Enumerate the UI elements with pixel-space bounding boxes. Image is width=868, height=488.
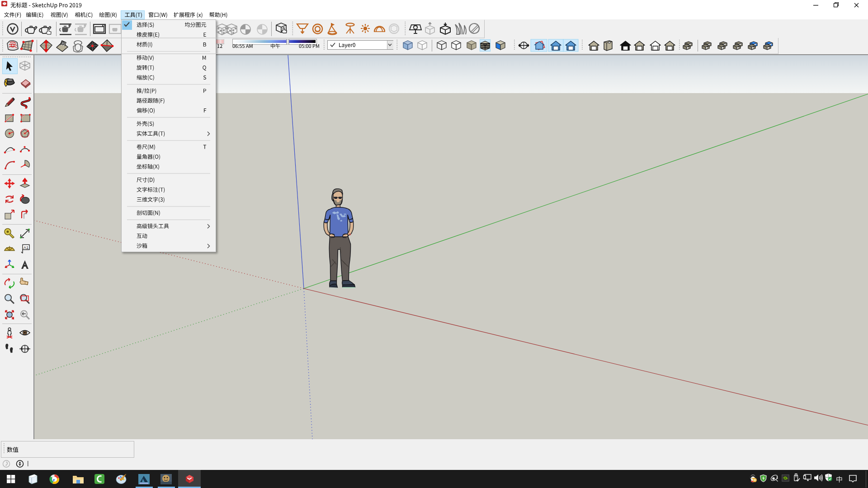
svg-text:A1: A1 bbox=[24, 245, 28, 250]
svg-text:e: e bbox=[53, 477, 55, 482]
